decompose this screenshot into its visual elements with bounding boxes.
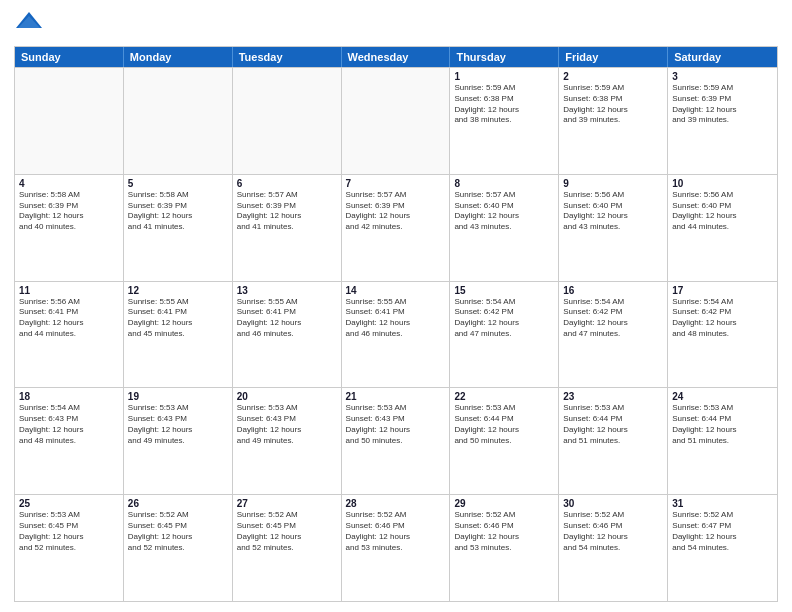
- day-info: Sunrise: 5:53 AM Sunset: 6:43 PM Dayligh…: [346, 403, 446, 446]
- day-number: 19: [128, 391, 228, 402]
- calendar-cell: 17Sunrise: 5:54 AM Sunset: 6:42 PM Dayli…: [668, 282, 777, 388]
- day-number: 14: [346, 285, 446, 296]
- calendar-cell: 31Sunrise: 5:52 AM Sunset: 6:47 PM Dayli…: [668, 495, 777, 601]
- day-number: 28: [346, 498, 446, 509]
- calendar-cell: 20Sunrise: 5:53 AM Sunset: 6:43 PM Dayli…: [233, 388, 342, 494]
- calendar-cell: 9Sunrise: 5:56 AM Sunset: 6:40 PM Daylig…: [559, 175, 668, 281]
- day-info: Sunrise: 5:52 AM Sunset: 6:46 PM Dayligh…: [563, 510, 663, 553]
- day-number: 21: [346, 391, 446, 402]
- day-info: Sunrise: 5:59 AM Sunset: 6:39 PM Dayligh…: [672, 83, 773, 126]
- calendar-cell: [342, 68, 451, 174]
- logo-icon: [14, 10, 44, 40]
- day-number: 31: [672, 498, 773, 509]
- day-info: Sunrise: 5:59 AM Sunset: 6:38 PM Dayligh…: [454, 83, 554, 126]
- calendar-cell: 15Sunrise: 5:54 AM Sunset: 6:42 PM Dayli…: [450, 282, 559, 388]
- day-info: Sunrise: 5:54 AM Sunset: 6:42 PM Dayligh…: [454, 297, 554, 340]
- calendar-cell: 23Sunrise: 5:53 AM Sunset: 6:44 PM Dayli…: [559, 388, 668, 494]
- calendar-cell: 3Sunrise: 5:59 AM Sunset: 6:39 PM Daylig…: [668, 68, 777, 174]
- day-number: 6: [237, 178, 337, 189]
- calendar-cell: 11Sunrise: 5:56 AM Sunset: 6:41 PM Dayli…: [15, 282, 124, 388]
- day-info: Sunrise: 5:59 AM Sunset: 6:38 PM Dayligh…: [563, 83, 663, 126]
- calendar-cell: 21Sunrise: 5:53 AM Sunset: 6:43 PM Dayli…: [342, 388, 451, 494]
- day-info: Sunrise: 5:56 AM Sunset: 6:40 PM Dayligh…: [672, 190, 773, 233]
- calendar-cell: 22Sunrise: 5:53 AM Sunset: 6:44 PM Dayli…: [450, 388, 559, 494]
- calendar-cell: 7Sunrise: 5:57 AM Sunset: 6:39 PM Daylig…: [342, 175, 451, 281]
- calendar-cell: 5Sunrise: 5:58 AM Sunset: 6:39 PM Daylig…: [124, 175, 233, 281]
- day-number: 12: [128, 285, 228, 296]
- day-number: 26: [128, 498, 228, 509]
- day-number: 16: [563, 285, 663, 296]
- day-info: Sunrise: 5:53 AM Sunset: 6:45 PM Dayligh…: [19, 510, 119, 553]
- calendar-cell: 13Sunrise: 5:55 AM Sunset: 6:41 PM Dayli…: [233, 282, 342, 388]
- day-info: Sunrise: 5:55 AM Sunset: 6:41 PM Dayligh…: [128, 297, 228, 340]
- day-info: Sunrise: 5:54 AM Sunset: 6:42 PM Dayligh…: [672, 297, 773, 340]
- day-info: Sunrise: 5:55 AM Sunset: 6:41 PM Dayligh…: [346, 297, 446, 340]
- day-info: Sunrise: 5:52 AM Sunset: 6:47 PM Dayligh…: [672, 510, 773, 553]
- calendar-cell: 4Sunrise: 5:58 AM Sunset: 6:39 PM Daylig…: [15, 175, 124, 281]
- calendar-cell: 14Sunrise: 5:55 AM Sunset: 6:41 PM Dayli…: [342, 282, 451, 388]
- header: [14, 10, 778, 40]
- day-number: 11: [19, 285, 119, 296]
- day-number: 23: [563, 391, 663, 402]
- calendar-cell: 18Sunrise: 5:54 AM Sunset: 6:43 PM Dayli…: [15, 388, 124, 494]
- calendar-row-2: 4Sunrise: 5:58 AM Sunset: 6:39 PM Daylig…: [15, 174, 777, 281]
- day-info: Sunrise: 5:57 AM Sunset: 6:39 PM Dayligh…: [237, 190, 337, 233]
- calendar-cell: 26Sunrise: 5:52 AM Sunset: 6:45 PM Dayli…: [124, 495, 233, 601]
- day-number: 15: [454, 285, 554, 296]
- calendar-cell: 16Sunrise: 5:54 AM Sunset: 6:42 PM Dayli…: [559, 282, 668, 388]
- calendar-row-1: 1Sunrise: 5:59 AM Sunset: 6:38 PM Daylig…: [15, 67, 777, 174]
- calendar-cell: 28Sunrise: 5:52 AM Sunset: 6:46 PM Dayli…: [342, 495, 451, 601]
- day-number: 27: [237, 498, 337, 509]
- day-number: 25: [19, 498, 119, 509]
- day-number: 22: [454, 391, 554, 402]
- day-number: 13: [237, 285, 337, 296]
- logo: [14, 10, 48, 40]
- calendar-row-4: 18Sunrise: 5:54 AM Sunset: 6:43 PM Dayli…: [15, 387, 777, 494]
- day-info: Sunrise: 5:58 AM Sunset: 6:39 PM Dayligh…: [19, 190, 119, 233]
- day-info: Sunrise: 5:52 AM Sunset: 6:45 PM Dayligh…: [128, 510, 228, 553]
- calendar-cell: [124, 68, 233, 174]
- day-number: 3: [672, 71, 773, 82]
- day-number: 4: [19, 178, 119, 189]
- day-info: Sunrise: 5:52 AM Sunset: 6:46 PM Dayligh…: [346, 510, 446, 553]
- weekday-header-thursday: Thursday: [450, 47, 559, 67]
- weekday-header-wednesday: Wednesday: [342, 47, 451, 67]
- day-info: Sunrise: 5:52 AM Sunset: 6:45 PM Dayligh…: [237, 510, 337, 553]
- calendar-cell: 6Sunrise: 5:57 AM Sunset: 6:39 PM Daylig…: [233, 175, 342, 281]
- calendar-row-3: 11Sunrise: 5:56 AM Sunset: 6:41 PM Dayli…: [15, 281, 777, 388]
- calendar-cell: [15, 68, 124, 174]
- day-number: 30: [563, 498, 663, 509]
- day-info: Sunrise: 5:57 AM Sunset: 6:39 PM Dayligh…: [346, 190, 446, 233]
- calendar-cell: 10Sunrise: 5:56 AM Sunset: 6:40 PM Dayli…: [668, 175, 777, 281]
- day-info: Sunrise: 5:57 AM Sunset: 6:40 PM Dayligh…: [454, 190, 554, 233]
- calendar-body: 1Sunrise: 5:59 AM Sunset: 6:38 PM Daylig…: [15, 67, 777, 601]
- calendar-cell: [233, 68, 342, 174]
- day-number: 24: [672, 391, 773, 402]
- day-number: 7: [346, 178, 446, 189]
- day-number: 8: [454, 178, 554, 189]
- weekday-header-sunday: Sunday: [15, 47, 124, 67]
- day-info: Sunrise: 5:52 AM Sunset: 6:46 PM Dayligh…: [454, 510, 554, 553]
- day-number: 18: [19, 391, 119, 402]
- day-info: Sunrise: 5:58 AM Sunset: 6:39 PM Dayligh…: [128, 190, 228, 233]
- day-number: 1: [454, 71, 554, 82]
- weekday-header-monday: Monday: [124, 47, 233, 67]
- day-number: 20: [237, 391, 337, 402]
- calendar-row-5: 25Sunrise: 5:53 AM Sunset: 6:45 PM Dayli…: [15, 494, 777, 601]
- weekday-header-friday: Friday: [559, 47, 668, 67]
- day-info: Sunrise: 5:55 AM Sunset: 6:41 PM Dayligh…: [237, 297, 337, 340]
- calendar-cell: 27Sunrise: 5:52 AM Sunset: 6:45 PM Dayli…: [233, 495, 342, 601]
- calendar-header: SundayMondayTuesdayWednesdayThursdayFrid…: [15, 47, 777, 67]
- day-info: Sunrise: 5:53 AM Sunset: 6:43 PM Dayligh…: [128, 403, 228, 446]
- calendar-cell: 12Sunrise: 5:55 AM Sunset: 6:41 PM Dayli…: [124, 282, 233, 388]
- day-number: 5: [128, 178, 228, 189]
- day-info: Sunrise: 5:54 AM Sunset: 6:42 PM Dayligh…: [563, 297, 663, 340]
- calendar: SundayMondayTuesdayWednesdayThursdayFrid…: [14, 46, 778, 602]
- day-number: 2: [563, 71, 663, 82]
- weekday-header-tuesday: Tuesday: [233, 47, 342, 67]
- day-info: Sunrise: 5:53 AM Sunset: 6:44 PM Dayligh…: [454, 403, 554, 446]
- calendar-cell: 19Sunrise: 5:53 AM Sunset: 6:43 PM Dayli…: [124, 388, 233, 494]
- page: SundayMondayTuesdayWednesdayThursdayFrid…: [0, 0, 792, 612]
- day-info: Sunrise: 5:53 AM Sunset: 6:44 PM Dayligh…: [672, 403, 773, 446]
- calendar-cell: 8Sunrise: 5:57 AM Sunset: 6:40 PM Daylig…: [450, 175, 559, 281]
